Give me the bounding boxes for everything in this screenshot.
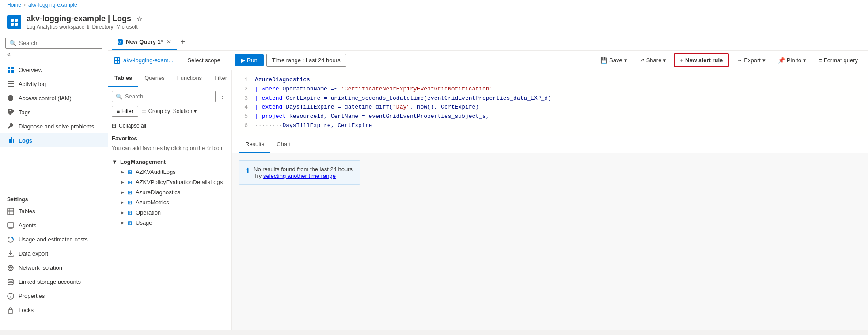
sidebar-item-logs[interactable]: Logs: [0, 133, 108, 147]
tables-search-input[interactable]: [125, 93, 212, 100]
new-alert-rule-button[interactable]: + New alert rule: [674, 53, 729, 67]
table-grid-icon: ⊞: [128, 199, 132, 206]
save-button[interactable]: 💾 Save ▾: [595, 54, 632, 67]
tab-functions[interactable]: Functions: [171, 70, 208, 87]
more-options-button[interactable]: ···: [148, 14, 157, 24]
app-title-text: akv-logging-example | Logs: [27, 14, 131, 23]
code-line-2: 2 | where OperationName =~ 'CertificateN…: [239, 85, 861, 94]
time-range-button[interactable]: Time range : Last 24 hours: [266, 54, 346, 67]
settings-section-header: Settings: [0, 191, 108, 204]
export-icon: [7, 250, 14, 257]
group-by-button[interactable]: ☰ Group by: Solution ▾: [142, 108, 197, 114]
sidebar-item-diagnose[interactable]: Diagnose and solve problems: [0, 119, 108, 133]
group-name: LogManagement: [120, 158, 166, 165]
shield-icon: [7, 94, 14, 102]
toolbar-scope-label[interactable]: akv-logging-exam...: [123, 57, 173, 64]
table-grid-icon: ⊞: [128, 210, 132, 216]
time-range-link[interactable]: selecting another time range: [263, 173, 336, 179]
code-line-3: 3 | extend CertExpire = unixtime_seconds…: [239, 94, 861, 103]
favorites-header: Favorites: [112, 132, 228, 143]
tab-close-button[interactable]: ✕: [166, 39, 172, 45]
tables-search-more-button[interactable]: ⋮: [217, 90, 228, 102]
sidebar-item-locks[interactable]: Locks: [0, 303, 108, 317]
filter-button[interactable]: ≡ Filter: [112, 106, 138, 117]
sidebar-item-linked-storage[interactable]: Linked storage accounts: [0, 275, 108, 289]
svg-rect-22: [8, 228, 13, 229]
svg-rect-2: [11, 23, 14, 26]
no-results-message: No results found from the last 24 hours: [254, 166, 353, 173]
tables-search-area: 🔍 ⋮: [108, 87, 231, 106]
table-label: AZKVPolicyEvaluationDetailsLogs: [136, 179, 223, 185]
table-item-azurediagnostics[interactable]: ▶ ⊞ AzureDiagnostics: [112, 187, 228, 197]
network-icon: [7, 264, 14, 271]
group-by-chevron: ▾: [194, 108, 197, 114]
pin-to-button[interactable]: 📌 Pin to ▾: [773, 54, 811, 67]
editor-results: 1 AzureDiagnostics 2 | where OperationNa…: [232, 70, 868, 330]
table-grid-icon: ⊞: [128, 189, 132, 196]
format-query-button[interactable]: ≡ Format query: [814, 54, 863, 67]
sidebar-item-activity-log[interactable]: Activity log: [0, 77, 108, 91]
table-item-azkvauditlogs[interactable]: ▶ ⊞ AZKVAuditLogs: [112, 167, 228, 177]
svg-rect-6: [8, 70, 10, 73]
code-line-4: 4 | extend DaysTillExpire = datetime_dif…: [239, 103, 861, 112]
breadcrumb-resource[interactable]: akv-logging-example: [28, 2, 77, 8]
results-tab-chart[interactable]: Chart: [270, 136, 297, 153]
sidebar-item-overview[interactable]: Overview: [0, 63, 108, 77]
table-item-usage[interactable]: ▶ ⊞ Usage: [112, 218, 228, 228]
sidebar-item-tags[interactable]: Tags: [0, 105, 108, 119]
svg-rect-20: [8, 223, 14, 227]
sidebar-item-data-export[interactable]: Data export: [0, 247, 108, 261]
svg-text:i: i: [10, 294, 11, 299]
sidebar-item-label-usage: Usage and estimated costs: [19, 236, 88, 243]
no-results-box: ℹ No results found from the last 24 hour…: [239, 160, 360, 185]
collapse-all-button[interactable]: ⊟ Collapse all: [112, 120, 228, 132]
favorite-button[interactable]: ☆: [135, 14, 144, 24]
sidebar-item-tables[interactable]: Tables: [0, 204, 108, 218]
export-button[interactable]: → Export ▾: [732, 54, 770, 67]
svg-rect-3: [15, 23, 18, 26]
svg-rect-15: [13, 139, 14, 143]
tab-tables[interactable]: Tables: [108, 70, 138, 87]
svg-rect-10: [8, 86, 14, 87]
collapse-all-icon: ⊟: [112, 123, 116, 129]
sidebar-item-access-control[interactable]: Access control (IAM): [0, 91, 108, 105]
sidebar-item-usage-costs[interactable]: Usage and estimated costs: [0, 233, 108, 247]
table-item-operation[interactable]: ▶ ⊞ Operation: [112, 207, 228, 218]
search-input[interactable]: [19, 40, 99, 46]
breadcrumb-home[interactable]: Home: [7, 2, 21, 8]
tables-search-box[interactable]: 🔍: [112, 91, 216, 102]
sidebar-item-properties[interactable]: i Properties: [0, 289, 108, 303]
code-editor[interactable]: 1 AzureDiagnostics 2 | where OperationNa…: [232, 70, 868, 136]
settings-nav: Tables Agents Usage and estimated costs …: [0, 204, 108, 331]
code-line-6: 6 ········DaysTillExpire, CertExpire: [239, 121, 861, 131]
sidebar-search-box[interactable]: 🔍: [5, 38, 102, 49]
grid-icon: [7, 66, 14, 73]
sidebar-item-agents[interactable]: Agents: [0, 218, 108, 233]
scope-icon: [114, 57, 121, 64]
share-dropdown-icon: ▾: [663, 57, 666, 64]
table-item-azuremetrics[interactable]: ▶ ⊞ AzureMetrics: [112, 197, 228, 207]
share-button[interactable]: ↗ Share ▾: [635, 54, 671, 67]
save-dropdown-icon: ▾: [624, 57, 627, 64]
svg-rect-4: [8, 67, 10, 69]
logmanagement-group-header[interactable]: ▼ LogManagement: [112, 155, 228, 167]
tab-query1[interactable]: Q New Query 1* ✕: [112, 34, 177, 50]
table-grid-icon: ⊞: [128, 179, 132, 185]
run-button[interactable]: ▶ Run: [235, 54, 264, 66]
select-scope-button[interactable]: Select scope: [182, 54, 225, 67]
breadcrumb: Home › akv-logging-example: [0, 0, 868, 10]
tab-add-button[interactable]: +: [177, 36, 189, 49]
tab-label-query1: New Query 1*: [126, 38, 163, 45]
svg-rect-8: [8, 81, 14, 82]
results-tab-results[interactable]: Results: [239, 136, 270, 153]
table-item-azkvpolicy[interactable]: ▶ ⊞ AZKVPolicyEvaluationDetailsLogs: [112, 177, 228, 187]
table-expand-icon: ▶: [121, 169, 124, 174]
tag-icon: [7, 109, 14, 116]
tab-queries[interactable]: Queries: [138, 70, 171, 87]
tab-filter[interactable]: Filter: [208, 70, 233, 87]
sidebar-item-network-isolation[interactable]: Network isolation: [0, 261, 108, 275]
sidebar-collapse-button[interactable]: «: [5, 49, 12, 59]
sidebar-nav: Overview Activity log Access control (IA…: [0, 63, 108, 189]
table-expand-icon: ▶: [121, 200, 124, 205]
svg-rect-16: [8, 208, 14, 215]
